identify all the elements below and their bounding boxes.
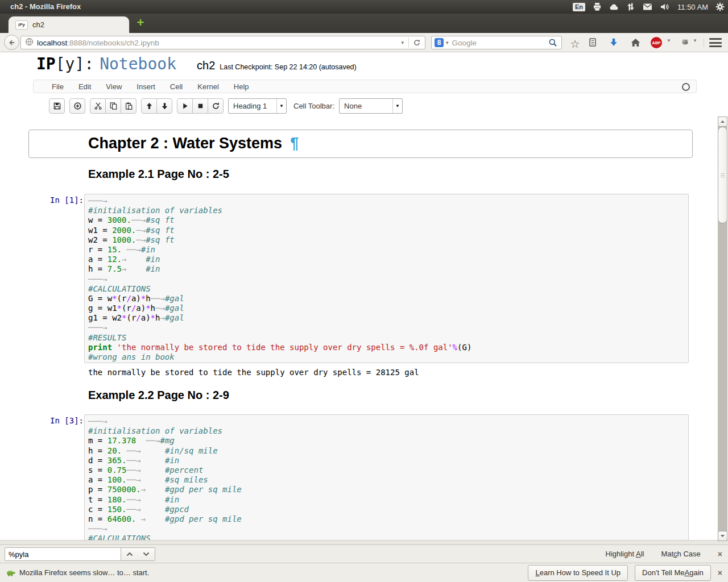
- code-line: #initialisation of variables: [88, 426, 685, 436]
- code-line: G = w*(r/a)*h──→#gal: [88, 294, 685, 304]
- code-line: #RESULTS: [88, 333, 685, 343]
- copy-button[interactable]: [105, 98, 121, 114]
- run-cell-button[interactable]: [177, 98, 193, 114]
- reload-button[interactable]: [409, 39, 425, 47]
- search-magnifier-icon[interactable]: [548, 38, 561, 47]
- find-bar: Highlight All Match Case ×: [0, 544, 728, 563]
- clock[interactable]: 11:50 AM: [677, 3, 708, 11]
- code-cell-1-input[interactable]: ───→#initialisation of variablesw = 3000…: [84, 194, 689, 363]
- adblock-dropdown-icon[interactable]: ▾: [665, 38, 672, 43]
- settings-gear-icon[interactable]: [715, 2, 725, 11]
- scroll-up-button[interactable]: [718, 117, 727, 127]
- code-line: print 'the normally be stored to tide th…: [88, 343, 685, 352]
- keyboard-layout-indicator[interactable]: En: [573, 3, 585, 11]
- code-line: w = 3000.──→#sq ft: [88, 215, 685, 225]
- save-button[interactable]: [49, 98, 65, 114]
- code-cell-2-input[interactable]: ───→#initialisation of variablesm = 17.3…: [84, 414, 689, 541]
- cut-button[interactable]: [90, 98, 106, 114]
- tab-bar: IPy ch2 +: [0, 14, 728, 33]
- url-dropdown-icon[interactable]: ▾: [396, 40, 408, 45]
- mail-icon[interactable]: [643, 3, 652, 11]
- back-button[interactable]: [4, 35, 19, 50]
- browser-viewport: IP[y]:Notebook ch2 Last Checkpoint: Sep …: [0, 52, 728, 544]
- move-cell-down-button[interactable]: [156, 98, 172, 114]
- tab-ch2[interactable]: IPy ch2: [8, 16, 130, 33]
- bookmark-star-icon[interactable]: ☆: [569, 38, 581, 51]
- code-line: a = 12.→ #in: [88, 255, 685, 264]
- menu-view[interactable]: View: [98, 82, 129, 91]
- adblock-icon[interactable]: ABP: [651, 37, 662, 48]
- tab-title: ch2: [32, 20, 44, 29]
- restart-kernel-button[interactable]: [208, 98, 224, 114]
- find-next-button[interactable]: [138, 547, 155, 561]
- notebook-header: IP[y]:Notebook ch2 Last Checkpoint: Sep …: [36, 55, 357, 73]
- input-prompt-1: In [1]:: [50, 196, 84, 205]
- code-line: h = 20. ──→ #in/sq mile: [88, 446, 685, 456]
- code-line: g1 = w2*(r/a)*h→#gal: [88, 313, 685, 323]
- url-bar[interactable]: localhost :8888/notebooks/ch2.ipynb ▾: [20, 36, 425, 49]
- paste-button[interactable]: [121, 98, 136, 114]
- bookmarks-list-icon[interactable]: [587, 38, 598, 47]
- move-cell-up-button[interactable]: [141, 98, 157, 114]
- extension-dropdown-icon[interactable]: ▾: [692, 38, 698, 43]
- cloud-icon[interactable]: [609, 2, 619, 11]
- menu-kernel[interactable]: Kernel: [190, 82, 226, 91]
- new-tab-button[interactable]: +: [133, 16, 148, 30]
- code-line: w1 = 2000.─→#sq ft: [88, 226, 685, 235]
- example-2-2-heading[interactable]: Example 2.2 Page No : 2-9: [88, 389, 229, 402]
- search-engine-dropdown-icon[interactable]: ▾: [446, 40, 449, 45]
- menu-file[interactable]: File: [44, 82, 71, 91]
- find-input[interactable]: [5, 547, 121, 561]
- stop-kernel-button[interactable]: [192, 98, 208, 114]
- downloads-arrow-icon[interactable]: [607, 38, 620, 48]
- scroll-down-button[interactable]: [718, 531, 727, 541]
- anchor-link[interactable]: ¶: [290, 135, 299, 152]
- google-logo-icon[interactable]: 8: [435, 38, 444, 47]
- menu-edit[interactable]: Edit: [71, 82, 98, 91]
- search-bar[interactable]: 8 ▾ Google: [431, 36, 562, 49]
- code-line: t = 180.──→ #in: [88, 495, 685, 505]
- notebook-title[interactable]: ch2: [197, 59, 215, 72]
- find-close-button[interactable]: ×: [718, 550, 722, 559]
- notification-close-button[interactable]: ×: [718, 568, 722, 577]
- highlight-all-button[interactable]: Highlight All: [606, 550, 644, 558]
- add-cell-button[interactable]: [69, 98, 85, 114]
- volume-icon[interactable]: [660, 2, 670, 11]
- menu-help[interactable]: Help: [226, 82, 257, 91]
- code-line: p = 750000.→ #gpd per sq mile: [88, 485, 685, 494]
- code-line: r = 15. ──→#in: [88, 245, 685, 255]
- code-line: s = 0.75──→ #percent: [88, 465, 685, 475]
- input-prompt-2: In [3]:: [50, 416, 84, 425]
- find-previous-button[interactable]: [121, 547, 138, 561]
- cell-type-select[interactable]: Heading 1 ▼: [228, 98, 287, 114]
- menu-hamburger-icon[interactable]: [709, 38, 722, 47]
- dont-tell-me-again-button[interactable]: Don't Tell Me Again: [635, 565, 711, 581]
- heading1-cell[interactable]: Chapter 2 : Water Systems¶: [28, 130, 693, 158]
- scrollbar-thumb[interactable]: [718, 127, 727, 223]
- code-line: ───→: [88, 196, 685, 206]
- cell-toolbar-value: None: [344, 102, 362, 110]
- code-line: g = w1*(r/a)*h─→#gal: [88, 304, 685, 313]
- match-case-button[interactable]: Match Case: [661, 550, 700, 558]
- turtle-icon: [6, 568, 16, 580]
- extension-icon[interactable]: [679, 38, 690, 46]
- learn-how-button[interactable]: Learn How to Speed It Up: [528, 565, 628, 581]
- home-icon[interactable]: [629, 38, 642, 47]
- chevron-down-icon: ▼: [392, 99, 402, 113]
- window-title: ch2 - Mozilla Firefox: [10, 2, 81, 11]
- menu-cell[interactable]: Cell: [163, 82, 190, 91]
- menu-insert[interactable]: Insert: [129, 82, 163, 91]
- url-host: localhost: [37, 39, 67, 47]
- example-2-1-heading[interactable]: Example 2.1 Page No : 2-5: [88, 168, 229, 181]
- toolbar-separator: [704, 38, 704, 47]
- code-line: n = 64600. → #gpd per sq mile: [88, 514, 685, 524]
- printer-icon[interactable]: [593, 2, 602, 11]
- ipython-logo[interactable]: IP[y]:Notebook: [36, 55, 176, 73]
- code-line: a = 100.──→ #sq miles: [88, 475, 685, 485]
- code-line: ───→: [88, 417, 685, 426]
- cell-toolbar-label: Cell Toolbar:: [293, 102, 334, 110]
- network-arrows-icon[interactable]: [626, 2, 635, 11]
- vertical-scrollbar[interactable]: [718, 117, 727, 541]
- cell-toolbar-select[interactable]: None ▼: [339, 98, 403, 114]
- code-line: ───→: [88, 524, 685, 534]
